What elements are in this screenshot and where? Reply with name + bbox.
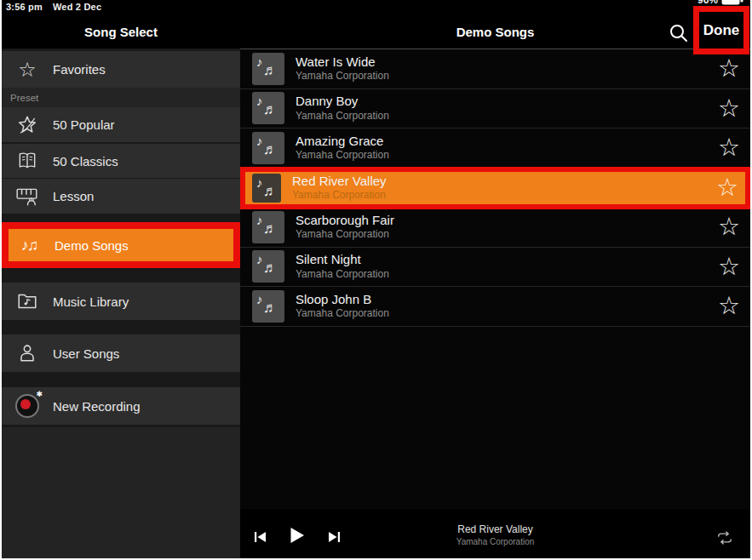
favorite-star-icon[interactable]: ☆ — [718, 135, 740, 160]
song-artist: Yamaha Corporation — [296, 268, 389, 282]
favorite-star-icon[interactable]: ☆ — [716, 175, 738, 200]
song-note-icon: ♪♬ — [252, 290, 284, 323]
song-note-icon: ♪♬ — [252, 92, 284, 124]
music-folder-icon — [12, 290, 43, 312]
keyboard-hand-icon — [12, 186, 43, 208]
favorite-star-icon[interactable]: ☆ — [718, 96, 740, 121]
now-playing-artist: Yamaha Corporation — [240, 537, 750, 546]
sidebar-item-lesson[interactable]: Lesson — [2, 179, 240, 214]
sidebar-item-label: Music Library — [53, 294, 129, 309]
sidebar-item-favorites[interactable]: ☆ Favorites — [2, 51, 240, 88]
song-row[interactable]: ♪♬ Water Is Wide Yamaha Corporation ☆ — [240, 49, 750, 89]
sidebar-item-label: 50 Popular — [53, 117, 115, 132]
sidebar-item-label: Favorites — [53, 62, 106, 77]
popular-star-icon — [12, 114, 43, 136]
now-playing: Red River Valley Yamaha Corporation — [240, 523, 750, 546]
record-icon: ✱ — [12, 394, 43, 418]
done-annotation-box: Done — [693, 6, 749, 54]
done-button[interactable]: Done — [698, 21, 745, 40]
battery-percent: 96% — [697, 0, 718, 6]
sidebar-item-label: Demo Songs — [55, 238, 129, 253]
sidebar-empty-panel — [2, 427, 240, 558]
sidebar-item-50-classics[interactable]: 50 Classics — [2, 144, 240, 178]
song-row[interactable]: ♪♬ Amazing Grace Yamaha Corporation ☆ — [240, 129, 750, 169]
favorites-star-icon: ☆ — [12, 60, 43, 80]
sidebar-item-new-recording[interactable]: ✱ New Recording — [2, 387, 240, 425]
favorite-star-icon[interactable]: ☆ — [718, 254, 740, 279]
song-row[interactable]: ♪♬ Danny Boy Yamaha Corporation ☆ — [240, 89, 750, 129]
status-time: 3:56 pm — [6, 2, 43, 12]
favorite-star-icon[interactable]: ☆ — [718, 294, 740, 318]
favorite-star-icon[interactable]: ☆ — [718, 214, 740, 239]
song-note-icon: ♪♬ — [252, 132, 284, 164]
song-title: Sloop John B — [296, 292, 389, 308]
song-artist: Yamaha Corporation — [296, 228, 394, 242]
sidebar-item-label: User Songs — [53, 346, 119, 361]
search-icon[interactable] — [669, 23, 689, 43]
sidebar-item-50-popular[interactable]: 50 Popular — [2, 107, 240, 142]
song-note-icon: ♪♬ — [252, 53, 284, 85]
sidebar-item-label: New Recording — [53, 399, 141, 414]
sidebar-item-label: Lesson — [53, 189, 94, 203]
song-title: Amazing Grace — [296, 134, 389, 150]
repeat-icon[interactable] — [716, 531, 733, 545]
song-row[interactable]: ♪♬ Sloop John B Yamaha Corporation ☆ — [240, 287, 750, 327]
song-title: Scarborough Fair — [296, 213, 394, 229]
sidebar-item-user-songs[interactable]: User Songs — [2, 334, 240, 372]
song-title: Silent Night — [296, 252, 389, 268]
status-bar: 3:56 pm Wed 2 Dec 96% — [2, 0, 750, 15]
now-playing-title: Red River Valley — [240, 523, 750, 535]
song-row[interactable]: ♪♬ Silent Night Yamaha Corporation ☆ — [240, 248, 750, 288]
song-note-icon: ♪♬ — [252, 174, 281, 203]
demo-songs-notes-icon: ♪♫ — [14, 237, 44, 253]
status-time-date: 3:56 pm Wed 2 Dec — [6, 2, 101, 12]
song-row-selected[interactable]: ♪♬ Red River Valley Yamaha Corporation ☆ — [240, 167, 750, 210]
song-note-icon: ♪♬ — [252, 250, 284, 283]
song-row[interactable]: ♪♬ Scarborough Fair Yamaha Corporation ☆ — [240, 208, 750, 248]
song-artist: Yamaha Corporation — [296, 149, 389, 163]
preset-section-header: Preset — [2, 88, 240, 107]
book-icon — [12, 150, 43, 172]
song-artist: Yamaha Corporation — [296, 110, 389, 123]
sidebar: ☆ Favorites Preset 50 Popular — [2, 49, 240, 558]
song-note-icon: ♪♬ — [252, 211, 284, 243]
song-artist: Yamaha Corporation — [296, 307, 389, 321]
song-artist: Yamaha Corporation — [292, 189, 387, 203]
song-list: ♪♬ Water Is Wide Yamaha Corporation ☆ ♪♬… — [240, 49, 750, 558]
battery-icon — [721, 0, 743, 5]
favorite-star-icon[interactable]: ☆ — [718, 56, 740, 81]
sidebar-title: Song Select — [2, 25, 240, 39]
sidebar-item-label: 50 Classics — [53, 154, 118, 169]
song-artist: Yamaha Corporation — [296, 70, 389, 83]
song-title: Danny Boy — [296, 94, 389, 110]
preset-section-label: Preset — [10, 93, 38, 103]
person-icon — [12, 342, 43, 364]
app-screen: 3:56 pm Wed 2 Dec 96% Song Select Demo S… — [2, 0, 750, 558]
song-title: Red River Valley — [292, 174, 387, 190]
record-sparkle-icon: ✱ — [36, 390, 43, 398]
sidebar-item-demo-songs-selected[interactable]: ♪♫ Demo Songs — [2, 222, 240, 268]
sidebar-item-music-library[interactable]: Music Library — [2, 283, 240, 320]
nav-bar: Song Select Demo Songs Done — [2, 15, 750, 49]
status-date: Wed 2 Dec — [53, 2, 101, 12]
battery-indicator: 96% — [697, 0, 743, 6]
song-title: Water Is Wide — [296, 54, 389, 71]
player-bar: Red River Valley Yamaha Corporation — [240, 509, 750, 558]
